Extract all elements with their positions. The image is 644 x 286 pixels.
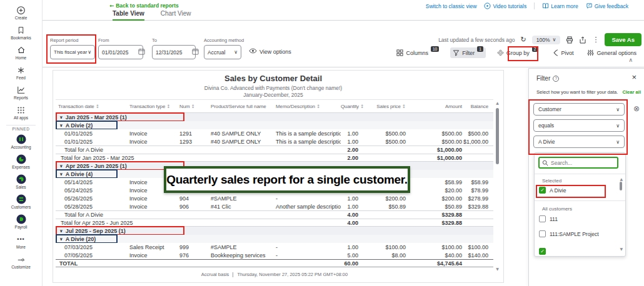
customer-option-111[interactable]: 111: [539, 215, 558, 222]
report-period-select[interactable]: This fiscal year ∨: [50, 45, 95, 59]
subgroup-row[interactable]: ∨A Divie (2): [56, 121, 493, 129]
table-row[interactable]: 07/03/2025Sales Receipt999#SAMPLE-1.00$1…: [56, 243, 493, 251]
column-header-quantity[interactable]: Quantity↕: [341, 104, 365, 109]
sidebar-item-reports[interactable]: Reports: [0, 82, 42, 102]
tab-table-view[interactable]: Table View: [113, 10, 144, 21]
save-as-button[interactable]: Save As: [605, 33, 641, 46]
accounting-method-select[interactable]: Accrual ∨: [204, 45, 241, 59]
export-icon[interactable]: [579, 36, 586, 44]
customer-option[interactable]: ✓: [539, 248, 550, 255]
sidebar-item-create[interactable]: Create: [0, 2, 42, 22]
scroll-up-icon[interactable]: ▲: [495, 101, 500, 105]
chevron-down-icon[interactable]: ∨: [59, 237, 63, 242]
link-give-feedback[interactable]: Give feedback: [586, 2, 628, 9]
cell: 906: [174, 204, 203, 210]
group-by-button[interactable]: Group by2: [495, 47, 541, 58]
sidebar-item-sales[interactable]: Sales: [0, 172, 42, 192]
column-header-memo-description[interactable]: Memo/Description↕: [268, 104, 341, 109]
filter-button[interactable]: Filter1: [450, 47, 486, 58]
filter-value-select[interactable]: A Divie ∨: [533, 136, 625, 148]
checked-checkbox[interactable]: ✓: [539, 187, 546, 194]
sidebar-item-payroll[interactable]: Payroll: [0, 212, 42, 232]
sidebar-item-all-apps[interactable]: All apps: [0, 102, 42, 122]
cell: $278.99: [463, 195, 493, 202]
pivot-button[interactable]: Pivot: [549, 47, 576, 58]
sidebar-item-accounting[interactable]: Accounting: [0, 132, 42, 152]
scroll-down-icon[interactable]: ▼: [620, 247, 623, 251]
cell: Sales Receipt: [126, 244, 174, 250]
cell: #40 SAMPLE ONLY: [203, 139, 268, 145]
chevron-down-icon[interactable]: ∨: [59, 172, 63, 177]
column-header-sales-price[interactable]: Sales price↕: [365, 104, 410, 109]
filter-operator-select[interactable]: equals ∨: [533, 119, 625, 132]
sidebar-item-expenses[interactable]: Expenses: [0, 152, 42, 172]
sidebar-item-feed[interactable]: Feed: [0, 62, 42, 82]
table-scrollbar[interactable]: ▲ ▼: [495, 101, 500, 271]
checkbox[interactable]: [539, 230, 546, 237]
sidebar-item-home[interactable]: Home: [0, 42, 42, 62]
from-date-input[interactable]: [102, 49, 138, 56]
scrollbar-thumb[interactable]: [620, 182, 622, 190]
cell: $100.00: [365, 244, 410, 250]
chevron-up-icon[interactable]: ∧: [628, 57, 633, 63]
chevron-down-icon[interactable]: ∨: [59, 164, 63, 169]
search-box[interactable]: [538, 157, 618, 169]
link-video-tutorials[interactable]: Video tutorials: [484, 2, 526, 9]
remove-filter-icon[interactable]: ⊗: [633, 104, 640, 113]
column-header-product-service-full-name[interactable]: Product/Service full name↕: [203, 104, 268, 109]
chevron-down-icon[interactable]: ∨: [59, 123, 63, 128]
table-row[interactable]: 05/28/2025Invoice906#41 ClicAnother samp…: [56, 202, 493, 210]
table-row[interactable]: 01/01/2025Invoice1291#40 SAMPLE ONLYThis…: [56, 129, 493, 137]
link-learn-more[interactable]: Learn more: [542, 2, 578, 9]
scrollbar-thumb[interactable]: [496, 108, 499, 164]
chevron-down-icon[interactable]: ∨: [59, 115, 63, 120]
column-header-balance[interactable]: Balance: [463, 104, 493, 109]
back-to-standard-reports-link[interactable]: ← Back to standard reports: [109, 2, 179, 9]
table-row[interactable]: 01/01/2025Invoice1293#40 SAMPLE ONLYThis…: [56, 137, 493, 145]
to-date-field[interactable]: [152, 45, 196, 59]
clear-all-link[interactable]: Clear all: [622, 89, 641, 95]
calendar-icon[interactable]: [138, 48, 145, 56]
table-row[interactable]: 05/26/2025Invoice904#SAMPLE-1.00$200.00$…: [56, 194, 493, 202]
to-date-input[interactable]: [156, 49, 192, 56]
chevron-down-icon[interactable]: ∨: [59, 229, 63, 234]
checked-checkbox[interactable]: ✓: [539, 248, 546, 255]
close-icon[interactable]: ×: [631, 72, 636, 82]
customer-option-111-sample-project[interactable]: 111:SAMPLE Project: [539, 230, 599, 237]
total-quantity: 2.00: [341, 147, 365, 153]
kebab-menu-icon[interactable]: ⋮: [592, 36, 599, 44]
search-input[interactable]: [551, 160, 613, 166]
sidebar-item-customers[interactable]: Customers: [0, 192, 42, 212]
customer-option-a-divie[interactable]: ✓A Divie: [539, 187, 566, 194]
calendar-icon[interactable]: [192, 48, 199, 56]
zoom-control[interactable]: 100% ∨: [532, 36, 561, 44]
scroll-down-icon[interactable]: ▼: [495, 267, 500, 271]
checkbox[interactable]: [539, 215, 546, 222]
sidebar-item-more[interactable]: •••More: [0, 232, 42, 252]
print-icon[interactable]: [566, 36, 573, 44]
sidebar-item-customize[interactable]: Customize: [0, 252, 42, 272]
view-options-button[interactable]: View options: [249, 48, 291, 55]
zoom-value: 100%: [536, 37, 550, 43]
column-header-num[interactable]: Num↕: [174, 104, 203, 109]
filter-field-select[interactable]: Customer ∨: [533, 103, 625, 116]
cell: $200.00: [365, 195, 410, 202]
link-switch-to-classic-view[interactable]: Switch to classic view: [426, 3, 477, 9]
from-date-field[interactable]: [98, 45, 143, 59]
tab-chart-view[interactable]: Chart View: [161, 10, 191, 21]
columns-button[interactable]: Columns10: [394, 47, 441, 58]
column-header-transaction-type[interactable]: Transaction type↕: [126, 104, 174, 109]
sales-icon: [16, 174, 26, 184]
sidebar-item-bookmarks[interactable]: Bookmarks: [0, 22, 42, 42]
subgroup-row[interactable]: ∨A Divie (20): [56, 235, 493, 243]
table-row[interactable]: 07/05/2025Invoice976Bookkeeping services…: [56, 251, 493, 259]
group-row[interactable]: ∨Jan 2025 - Mar 2025 (1): [56, 113, 493, 121]
group-row[interactable]: ∨Jul 2025 - Sep 2025 (1): [56, 227, 493, 235]
cell: This is a sample description.: [268, 139, 341, 145]
column-header-amount[interactable]: Amount: [410, 104, 463, 109]
refresh-icon[interactable]: ↻: [521, 36, 526, 44]
info-icon[interactable]: ?: [553, 76, 559, 82]
column-header-transaction-date[interactable]: Transaction date↕: [56, 104, 126, 109]
scroll-up-icon[interactable]: ▲: [620, 177, 623, 181]
to-label: To: [152, 37, 196, 43]
